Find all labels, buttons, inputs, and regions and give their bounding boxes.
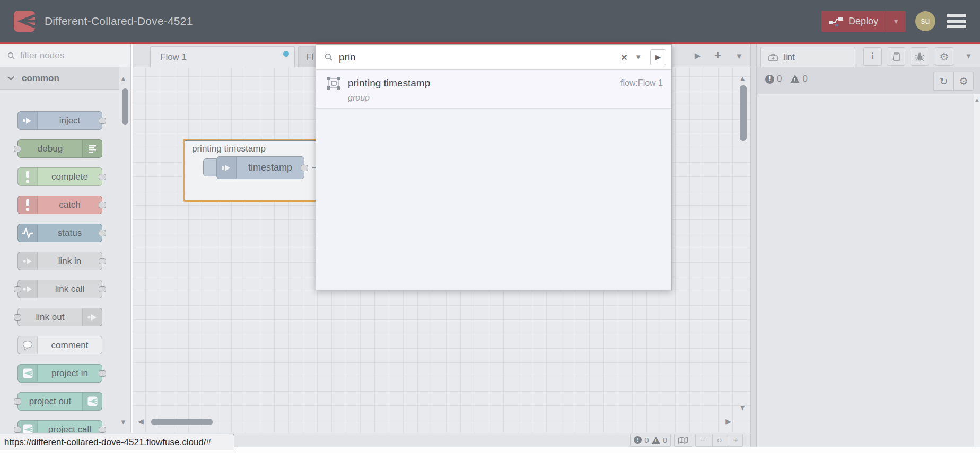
node-port bbox=[14, 398, 21, 405]
node-port bbox=[99, 230, 106, 236]
group-label: printing timestamp bbox=[192, 144, 266, 154]
browser-status-tooltip: https://different-collared-dove-4521.flo… bbox=[0, 434, 234, 450]
search-next-button[interactable]: ▶ bbox=[650, 49, 666, 65]
palette-node-label: inject bbox=[38, 116, 102, 126]
zoom-in-button[interactable]: + bbox=[729, 434, 742, 446]
debug-tab-button[interactable] bbox=[911, 47, 929, 66]
inject-node[interactable]: timestamp bbox=[216, 156, 304, 179]
palette-node-label: project in bbox=[38, 368, 102, 379]
zoom-out-button[interactable]: − bbox=[696, 434, 710, 446]
status-url: https://different-collared-dove-4521.flo… bbox=[4, 437, 211, 448]
search-result-kind: group bbox=[348, 93, 663, 103]
inject-icon bbox=[217, 157, 237, 179]
palette-scrollbar-thumb[interactable] bbox=[122, 88, 128, 125]
palette-node-link-out[interactable]: link out bbox=[18, 308, 102, 326]
warning-icon: ! bbox=[652, 437, 660, 444]
zoom-reset-button[interactable]: ○ bbox=[712, 434, 726, 446]
palette-node-link-call[interactable]: link call bbox=[18, 280, 102, 298]
lint-actions: ↻ ⚙ bbox=[933, 72, 974, 91]
book-icon bbox=[891, 52, 901, 61]
palette-filter bbox=[0, 44, 130, 67]
sidebar-tab-lint[interactable]: lint bbox=[760, 47, 855, 67]
search-result-item[interactable]: printing timestampflow:Flow 1group bbox=[316, 70, 671, 109]
map-icon bbox=[678, 436, 688, 445]
navigator-button[interactable] bbox=[674, 434, 692, 447]
clear-search-icon[interactable]: × bbox=[618, 51, 631, 64]
canvas-vscrollbar-thumb[interactable] bbox=[740, 85, 747, 141]
comment-icon bbox=[18, 336, 38, 354]
node-port bbox=[99, 286, 106, 292]
lint-settings-button[interactable]: ⚙ bbox=[953, 72, 973, 90]
inject-icon bbox=[18, 112, 38, 129]
palette-node-label: comment bbox=[38, 340, 102, 351]
node-output-port[interactable] bbox=[301, 165, 308, 171]
palette-filter-input[interactable] bbox=[19, 50, 109, 61]
deploy-options-caret[interactable]: ▼ bbox=[886, 11, 906, 32]
palette-node-link-in[interactable]: link in bbox=[18, 252, 102, 270]
main-menu-button[interactable] bbox=[947, 14, 966, 28]
node-port bbox=[99, 370, 106, 377]
node-port bbox=[99, 118, 106, 124]
error-icon: ! bbox=[765, 75, 774, 84]
sidebar-splitter[interactable] bbox=[750, 44, 757, 447]
palette-node-project-in[interactable]: project in bbox=[18, 364, 102, 383]
excl-icon bbox=[18, 168, 38, 185]
sidebar-scroll-up-icon[interactable]: ▲ bbox=[974, 96, 980, 103]
sidebar-menu-caret[interactable]: ▼ bbox=[965, 52, 972, 60]
gear-icon: ⚙ bbox=[940, 50, 949, 63]
canvas-scroll-left-icon[interactable]: ◀ bbox=[138, 417, 144, 425]
node-port bbox=[99, 174, 106, 180]
palette-node-label: catch bbox=[38, 200, 102, 210]
link-icon bbox=[18, 252, 38, 270]
flow-list-caret[interactable]: ▼ bbox=[735, 51, 743, 60]
canvas-hscrollbar-thumb[interactable] bbox=[151, 419, 213, 425]
search-results: printing timestampflow:Flow 1group bbox=[316, 70, 671, 290]
palette-node-debug[interactable]: debug bbox=[18, 139, 102, 158]
palette-node-project-out[interactable]: project out bbox=[18, 392, 102, 411]
palette-scroll-down-icon[interactable]: ▼ bbox=[120, 418, 127, 426]
palette-node-comment[interactable]: comment bbox=[18, 336, 102, 354]
palette-category-common[interactable]: common bbox=[0, 67, 119, 90]
palette-node-status[interactable]: status bbox=[18, 224, 102, 242]
header: Different-Collared-Dove-4521 Deploy ▼ su bbox=[0, 0, 980, 42]
canvas-scroll-down-icon[interactable]: ▼ bbox=[739, 403, 746, 412]
palette-category-label: common bbox=[22, 73, 59, 84]
canvas-scroll-right-icon[interactable]: ▶ bbox=[725, 417, 731, 425]
error-icon: ! bbox=[634, 436, 642, 444]
canvas-scroll-up-icon[interactable]: ▲ bbox=[739, 74, 746, 83]
search-options-caret[interactable]: ▼ bbox=[631, 53, 646, 61]
lint-warning-count: ! 0 bbox=[790, 74, 807, 84]
link-icon bbox=[82, 308, 102, 326]
pulse-icon bbox=[18, 224, 38, 242]
list-icon bbox=[82, 140, 102, 157]
palette: common injectdebugcompletecatchstatuslin… bbox=[0, 44, 131, 433]
tab-flow-2-label: Fl bbox=[306, 52, 313, 63]
tab-scroll-right-icon[interactable]: ▶ bbox=[695, 51, 701, 60]
palette-node-project-call[interactable]: project call bbox=[18, 420, 102, 433]
warning-icon: ! bbox=[790, 75, 800, 83]
config-tab-button[interactable]: ⚙ bbox=[935, 47, 953, 66]
sidebar-scrollbar[interactable]: ▲ bbox=[974, 94, 980, 447]
footer-notifications[interactable]: ! 0 ! 0 bbox=[630, 434, 671, 447]
palette-scroll-up-icon[interactable]: ▲ bbox=[120, 75, 127, 83]
palette-node-catch[interactable]: catch bbox=[18, 196, 102, 214]
help-tab-button[interactable] bbox=[887, 47, 905, 66]
info-tab-button[interactable]: i bbox=[863, 47, 882, 66]
palette-node-label: debug bbox=[18, 144, 82, 154]
palette-node-complete[interactable]: complete bbox=[18, 167, 102, 186]
bug-icon bbox=[915, 52, 925, 61]
sidebar-tab-label: lint bbox=[783, 52, 795, 63]
deploy-button[interactable]: Deploy bbox=[821, 16, 886, 27]
node-port bbox=[99, 427, 106, 433]
add-flow-button[interactable]: + bbox=[714, 49, 721, 63]
search-input[interactable] bbox=[338, 51, 618, 64]
tab-flow-1-label: Flow 1 bbox=[160, 52, 187, 63]
user-avatar[interactable]: su bbox=[915, 11, 935, 31]
refresh-button[interactable]: ↻ bbox=[934, 72, 953, 90]
inject-node-label: timestamp bbox=[237, 162, 304, 173]
palette-node-inject[interactable]: inject bbox=[18, 111, 102, 130]
unsaved-changes-dot bbox=[283, 51, 289, 57]
search-icon bbox=[325, 53, 332, 61]
flowfuse-icon bbox=[82, 393, 102, 410]
tab-flow-1[interactable]: Flow 1 bbox=[150, 46, 295, 67]
